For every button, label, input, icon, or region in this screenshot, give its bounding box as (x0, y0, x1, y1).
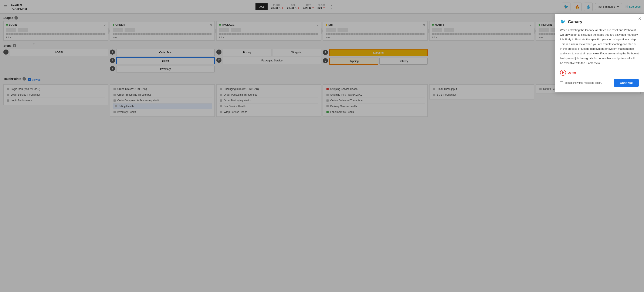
no-show-checkbox-label[interactable]: do not show this message again. (560, 82, 602, 84)
play-triangle-icon (562, 71, 564, 74)
continue-button[interactable]: Continue (614, 79, 639, 87)
demo-button[interactable]: Demo (560, 70, 639, 76)
modal-overlay: ✕ 🐦 Canary When activating the Canary, a… (0, 0, 644, 292)
no-show-checkbox[interactable] (560, 82, 563, 84)
modal-body-text: When activating the Canary, all states a… (560, 28, 639, 66)
modal-close-button[interactable]: ✕ (638, 16, 641, 21)
canary-modal: ✕ 🐦 Canary When activating the Canary, a… (555, 14, 644, 92)
canary-modal-icon: 🐦 (560, 19, 566, 24)
modal-title: 🐦 Canary (560, 19, 639, 24)
play-icon (560, 70, 566, 76)
modal-footer: do not show this message again. Continue (560, 79, 639, 87)
